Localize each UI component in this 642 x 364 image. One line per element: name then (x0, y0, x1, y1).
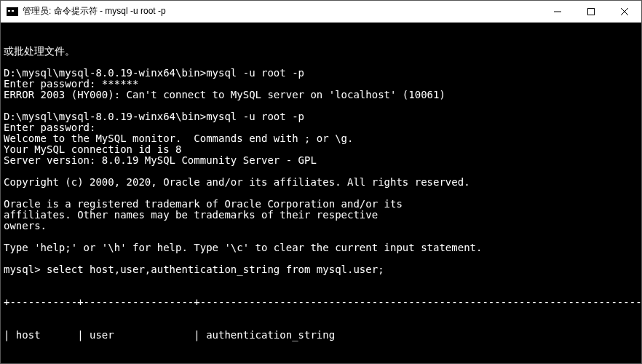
terminal-line: Enter password: ****** (4, 79, 638, 90)
table-header: | host | user | authentication_string | (4, 330, 638, 341)
terminal-line: mysql> select host,user,authentication_s… (4, 264, 638, 275)
terminal-line: Enter password: (4, 122, 638, 133)
table-border-mid: +-----------+------------------+--------… (4, 363, 638, 363)
svg-rect-1 (588, 8, 595, 15)
terminal-line (4, 232, 638, 242)
terminal-line: D:\mysql\mysql-8.0.19-winx64\bin>mysql -… (4, 68, 638, 79)
terminal-line: D:\mysql\mysql-8.0.19-winx64\bin>mysql -… (4, 111, 638, 122)
table-border-top: +-----------+------------------+--------… (4, 297, 638, 308)
terminal-line: affiliates. Other names may be trademark… (4, 210, 638, 221)
minimize-icon (554, 8, 561, 15)
terminal-line (4, 166, 638, 177)
terminal-line: Oracle is a registered trademark of Orac… (4, 199, 638, 210)
minimize-button[interactable] (541, 1, 574, 22)
command-prompt-window: 管理员: 命令提示符 - mysql -u root -p 或批处理文件。 D:… (0, 0, 642, 364)
maximize-icon (587, 8, 595, 15)
terminal-line: Copyright (c) 2000, 2020, Oracle and/or … (4, 177, 638, 188)
terminal-line (4, 57, 638, 68)
maximize-button[interactable] (574, 1, 608, 22)
window-title: 管理员: 命令提示符 - mysql -u root -p (23, 5, 541, 17)
terminal-line: owners. (4, 221, 638, 232)
terminal-line: Your MySQL connection id is 8 (4, 144, 638, 155)
terminal-line: ERROR 2003 (HY000): Can't connect to MyS… (4, 90, 638, 100)
terminal-line: Type 'help;' or '\h' for help. Type '\c'… (4, 242, 638, 253)
terminal-line: Server version: 8.0.19 MySQL Community S… (4, 155, 638, 166)
terminal-line (4, 188, 638, 199)
terminal-line: 或批处理文件。 (4, 46, 638, 57)
terminal-output: 或批处理文件。 D:\mysql\mysql-8.0.19-winx64\bin… (4, 46, 638, 275)
cmd-icon (7, 7, 18, 16)
close-button[interactable] (608, 1, 641, 22)
terminal-area[interactable]: 或批处理文件。 D:\mysql\mysql-8.0.19-winx64\bin… (1, 23, 641, 363)
terminal-line: Welcome to the MySQL monitor. Commands e… (4, 133, 638, 144)
terminal-line (4, 253, 638, 264)
titlebar[interactable]: 管理员: 命令提示符 - mysql -u root -p (1, 1, 641, 23)
terminal-line (4, 100, 638, 111)
window-controls (541, 1, 641, 22)
close-icon (621, 8, 628, 15)
